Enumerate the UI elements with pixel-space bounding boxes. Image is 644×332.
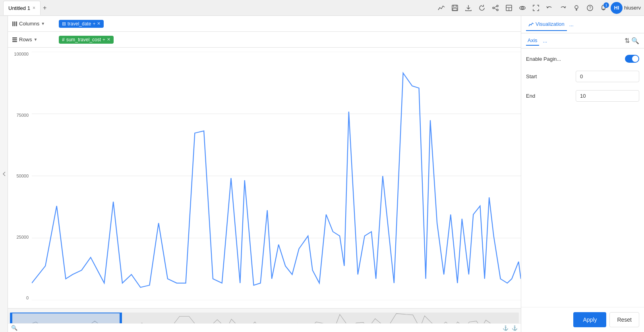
search-icon[interactable]: 🔍 [631, 37, 639, 44]
enable-pagination-toggle[interactable] [625, 55, 639, 63]
help-icon[interactable]: ? [584, 2, 596, 14]
right-panel: Visualization ... Axis ... ⇅ 🔍 Enable Pa… [521, 16, 644, 332]
apply-button[interactable]: Apply [573, 312, 606, 327]
svg-line-8 [494, 8, 497, 10]
bottom-icons-bar: 🔍 ⚓ ⚓ [8, 323, 521, 332]
y-label-25000: 25000 [16, 235, 29, 239]
anchor-left-icon[interactable]: ⚓ [503, 325, 509, 331]
notification-icon[interactable]: 1 [597, 2, 610, 14]
redo-icon[interactable] [557, 2, 569, 14]
rows-row: Rows ▼ # sum_travel_cost + ✕ [8, 32, 521, 48]
refresh-icon[interactable] [476, 2, 488, 14]
chart-container: 100000 75000 50000 25000 0 2015-01-01 16… [8, 48, 521, 332]
enable-pagination-label: Enable Pagin... [526, 56, 561, 62]
svg-rect-2 [453, 8, 457, 10]
share-icon[interactable] [489, 2, 502, 14]
columns-chip-plus[interactable]: + [93, 21, 95, 27]
reset-button[interactable]: Reset [609, 312, 639, 327]
sub-tab-axis-dots[interactable]: ... [543, 38, 547, 44]
sub-tab-axis-label: Axis [528, 37, 538, 43]
sub-tab-icons: ⇅ 🔍 [625, 37, 639, 44]
end-row: End [526, 90, 639, 102]
rows-chip-label: sum_travel_cost [66, 37, 101, 42]
rows-label: Rows ▼ [12, 37, 56, 42]
tab-add-button[interactable]: + [43, 4, 46, 12]
tab-visualization-label: Visualization [536, 21, 565, 27]
svg-point-13 [522, 7, 524, 9]
save-icon[interactable] [449, 2, 461, 14]
columns-text: Columns [19, 21, 39, 27]
tab-close-icon[interactable]: × [33, 5, 35, 11]
svg-rect-25 [16, 21, 17, 26]
enable-pagination-row: Enable Pagin... [526, 55, 639, 63]
columns-row: Columns ▼ ⊞ travel_date + ✕ [8, 16, 521, 32]
svg-rect-24 [14, 21, 15, 26]
columns-chip-label: travel_date [68, 21, 91, 27]
svg-point-14 [575, 6, 578, 9]
svg-rect-23 [12, 21, 14, 26]
y-label-50000: 50000 [16, 174, 29, 178]
columns-dropdown[interactable]: ▼ [41, 21, 45, 26]
rows-chip-close[interactable]: ✕ [107, 37, 110, 42]
anchor-right-icon[interactable]: ⚓ [512, 325, 518, 331]
line-chart-icon[interactable] [435, 2, 448, 14]
end-input[interactable] [576, 90, 639, 102]
rows-icon [12, 37, 17, 42]
panel-menu-dots[interactable]: ... [569, 21, 574, 27]
sort-icon[interactable]: ⇅ [625, 37, 630, 44]
notification-badge: 1 [603, 2, 609, 8]
tab-untitled[interactable]: Untitled 1 × [3, 1, 41, 15]
rows-chip[interactable]: # sum_travel_cost + ✕ [59, 36, 114, 44]
end-label: End [526, 93, 535, 99]
svg-point-4 [497, 5, 498, 7]
svg-text:?: ? [589, 6, 591, 10]
columns-chip[interactable]: ⊞ travel_date + ✕ [59, 20, 104, 28]
columns-chip-icon: ⊞ [62, 21, 66, 27]
toolbar-icons: ? 1 HI hiuserv [435, 2, 641, 14]
svg-rect-27 [12, 39, 17, 40]
columns-chip-close[interactable]: ✕ [97, 21, 101, 26]
center-area: Columns ▼ ⊞ travel_date + ✕ Rows ▼ # sum… [8, 16, 521, 332]
user-name[interactable]: hiuserv [624, 5, 641, 11]
toggle-thumb [632, 56, 638, 62]
left-collapse-panel[interactable] [0, 16, 8, 332]
undo-icon[interactable] [543, 2, 556, 14]
zoom-icon[interactable]: 🔍 [11, 325, 17, 331]
layout-icon[interactable] [503, 2, 515, 14]
tab-bar: Untitled 1 × + [0, 0, 644, 16]
fullscreen-icon[interactable] [530, 2, 542, 14]
rows-chip-icon: # [62, 37, 65, 42]
right-panel-content: Enable Pagin... Start End [521, 48, 644, 307]
y-label-0: 0 [26, 295, 29, 300]
tab-visualization[interactable]: Visualization [526, 18, 567, 31]
avatar[interactable]: HI [611, 2, 623, 14]
y-axis-labels: 100000 75000 50000 25000 0 [8, 52, 32, 300]
svg-line-7 [494, 6, 497, 8]
svg-rect-26 [12, 37, 17, 39]
y-label-100000: 100000 [14, 52, 29, 56]
svg-point-6 [497, 9, 498, 11]
start-input[interactable] [576, 71, 639, 82]
start-label: Start [526, 73, 537, 79]
columns-icon [12, 21, 17, 27]
start-row: Start [526, 71, 639, 82]
rows-chip-plus[interactable]: + [102, 37, 105, 42]
tab-title: Untitled 1 [8, 5, 30, 11]
sub-tabs: Axis ... ⇅ 🔍 [521, 33, 644, 48]
right-panel-tabs: Visualization ... [521, 16, 644, 33]
bulb-icon[interactable] [570, 2, 583, 14]
y-label-75000: 75000 [16, 113, 29, 118]
sub-tab-axis[interactable]: Axis [526, 36, 539, 46]
chart-svg [32, 52, 521, 300]
svg-point-5 [493, 7, 494, 9]
rows-dropdown[interactable]: ▼ [34, 37, 38, 42]
main-layout: Columns ▼ ⊞ travel_date + ✕ Rows ▼ # sum… [0, 16, 644, 332]
view-icon[interactable] [516, 2, 529, 14]
vis-tab-icon [528, 21, 534, 27]
export-icon[interactable] [462, 2, 475, 14]
columns-label: Columns ▼ [12, 21, 56, 27]
rows-text: Rows [19, 37, 32, 42]
svg-rect-28 [12, 41, 17, 42]
right-panel-footer: Apply Reset [521, 307, 644, 332]
